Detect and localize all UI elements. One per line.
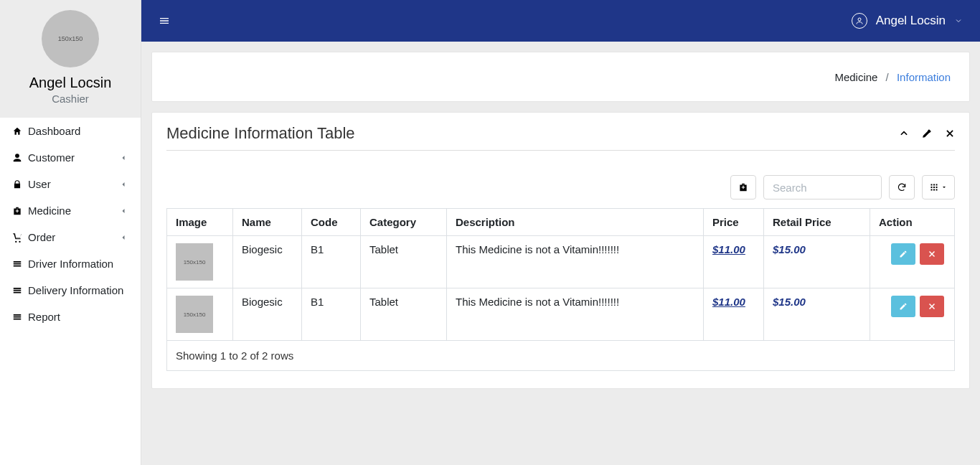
- sidebar-item-label: Report: [28, 311, 60, 323]
- medicine-table: Image Name Code Category Description Pri…: [166, 208, 955, 341]
- user-name-label: Angel Locsin: [876, 14, 946, 28]
- breadcrumb-parent[interactable]: Medicine: [834, 71, 877, 83]
- svg-point-0: [858, 18, 861, 21]
- breadcrumb: Medicine / Information: [834, 71, 951, 83]
- chevron-left-icon: [119, 233, 128, 242]
- chevron-down-icon: [954, 17, 963, 25]
- sidebar-item-label: Driver Information: [28, 258, 113, 270]
- panel-tools: [899, 128, 955, 138]
- user-icon: [11, 153, 24, 163]
- medkit-icon: [11, 206, 24, 216]
- lock-icon: [11, 179, 24, 189]
- breadcrumb-separator: /: [886, 71, 889, 83]
- col-image: Image: [167, 209, 233, 236]
- sidebar-item-label: User: [28, 178, 51, 190]
- list-icon: [11, 286, 24, 296]
- sidebar-item-driver-info[interactable]: Driver Information: [0, 250, 141, 277]
- row-price-link[interactable]: $11.00: [712, 296, 745, 308]
- sidebar-item-label: Medicine: [28, 205, 71, 217]
- sidebar-item-label: Customer: [28, 151, 75, 164]
- breadcrumb-current: Information: [897, 71, 951, 83]
- row-image-placeholder: 150x150: [176, 243, 213, 281]
- row-code: B1: [302, 288, 361, 341]
- table-footer: Showing 1 to 2 of 2 rows: [166, 341, 955, 371]
- row-code: B1: [302, 236, 361, 288]
- col-name: Name: [233, 209, 302, 236]
- sidebar-item-delivery-info[interactable]: Delivery Information: [0, 277, 141, 304]
- table-row: 150x150 Biogesic B1 Tablet This Medicine…: [167, 236, 955, 288]
- table-row: 150x150 Biogesic B1 Tablet This Medicine…: [167, 288, 955, 341]
- columns-button[interactable]: [922, 175, 955, 199]
- col-price: Price: [704, 209, 764, 236]
- chevron-left-icon: [119, 180, 128, 189]
- row-name: Biogesic: [233, 288, 302, 341]
- collapse-icon[interactable]: [899, 128, 909, 138]
- nav-menu: Dashboard Customer User Medicine: [0, 118, 141, 330]
- sidebar-item-user[interactable]: User: [0, 171, 141, 197]
- sidebar-item-label: Delivery Information: [28, 284, 123, 296]
- menu-toggle-icon[interactable]: [159, 15, 170, 27]
- delete-button[interactable]: [920, 296, 944, 317]
- col-category: Category: [361, 209, 447, 236]
- sidebar-item-label: Order: [28, 231, 55, 243]
- col-code: Code: [302, 209, 361, 236]
- col-description: Description: [447, 209, 704, 236]
- sidebar-item-medicine[interactable]: Medicine: [0, 197, 141, 224]
- avatar: 150x150: [42, 10, 99, 67]
- row-name: Biogesic: [233, 236, 302, 288]
- col-action: Action: [870, 209, 955, 236]
- refresh-button[interactable]: [889, 175, 915, 199]
- list-icon: [11, 312, 24, 322]
- delete-button[interactable]: [920, 243, 944, 265]
- sidebar: 150x150 Angel Locsin Cashier Dashboard C…: [0, 0, 141, 465]
- sidebar-item-dashboard[interactable]: Dashboard: [0, 118, 141, 144]
- edit-button[interactable]: [891, 243, 915, 265]
- row-retail-price: $15.00: [773, 243, 806, 255]
- profile-role: Cashier: [0, 93, 141, 105]
- panel-header: Medicine Information Table: [152, 113, 969, 150]
- row-image-placeholder: 150x150: [176, 296, 213, 333]
- list-icon: [11, 259, 24, 269]
- chevron-left-icon: [119, 154, 128, 162]
- breadcrumb-panel: Medicine / Information: [151, 52, 970, 102]
- chevron-left-icon: [119, 207, 128, 215]
- cart-icon: [11, 232, 24, 243]
- sidebar-item-report[interactable]: Report: [0, 304, 141, 330]
- profile-name: Angel Locsin: [0, 75, 141, 91]
- panel-title: Medicine Information Table: [166, 124, 355, 143]
- sidebar-profile: 150x150 Angel Locsin Cashier: [0, 0, 141, 118]
- main-content: Medicine / Information Medicine Informat…: [141, 0, 980, 399]
- search-input[interactable]: [763, 175, 882, 199]
- row-retail-price: $15.00: [773, 296, 806, 308]
- row-description: This Medicine is not a Vitamin!!!!!!!: [447, 236, 704, 288]
- row-category: Tablet: [361, 236, 447, 288]
- table-panel: Medicine Information Table: [151, 112, 970, 389]
- edit-button[interactable]: [891, 296, 915, 317]
- close-icon[interactable]: [945, 128, 955, 138]
- table-toolbar: [152, 151, 969, 208]
- table-header-row: Image Name Code Category Description Pri…: [167, 209, 955, 236]
- sidebar-item-customer[interactable]: Customer: [0, 144, 141, 171]
- sidebar-item-order[interactable]: Order: [0, 224, 141, 250]
- user-menu[interactable]: Angel Locsin: [852, 13, 963, 29]
- user-avatar-icon: [852, 13, 867, 29]
- add-medicine-button[interactable]: [730, 175, 756, 199]
- settings-icon[interactable]: [922, 128, 932, 138]
- col-retail-price: Retail Price: [764, 209, 870, 236]
- topbar: Angel Locsin: [141, 0, 980, 42]
- row-description: This Medicine is not a Vitamin!!!!!!!: [447, 288, 704, 341]
- home-icon: [11, 126, 24, 136]
- sidebar-item-label: Dashboard: [28, 125, 80, 137]
- row-category: Tablet: [361, 288, 447, 341]
- row-price-link[interactable]: $11.00: [712, 243, 745, 255]
